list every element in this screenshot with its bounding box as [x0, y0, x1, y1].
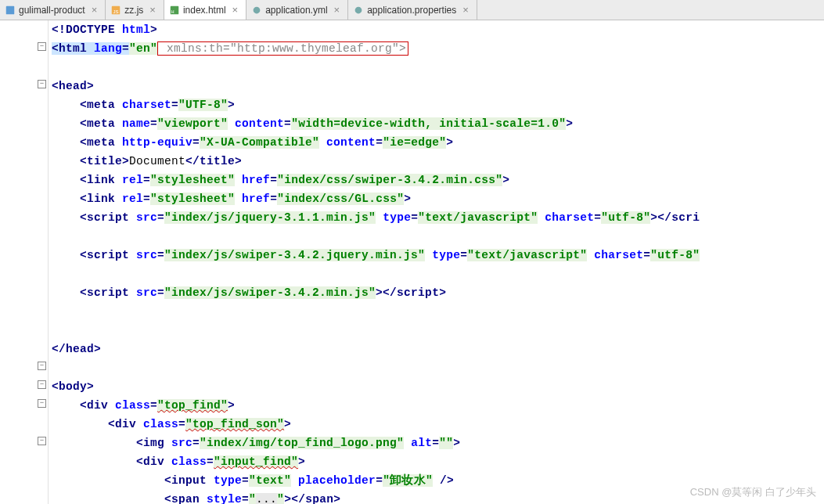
editor-wrap: <!DOCTYPE html> <html lang="en" xmlns:th… — [0, 20, 824, 504]
code-line[interactable]: <img src="index/img/top_find_logo.png" a… — [52, 434, 824, 452]
yml-icon — [251, 5, 262, 16]
svg-point-5 — [254, 6, 261, 13]
code-line[interactable]: <script src="index/js/swiper-3.4.2.min.j… — [52, 283, 824, 302]
html-icon: H — [169, 5, 180, 16]
code-line[interactable]: <div class="top_find_son"> — [52, 415, 824, 434]
gutter[interactable] — [0, 20, 49, 504]
tab-gulimall-product[interactable]: gulimall-product × — [0, 0, 106, 20]
svg-rect-0 — [6, 5, 15, 14]
code-line[interactable]: <link rel="stylesheet" href="index/css/G… — [52, 189, 824, 208]
code-line[interactable]: <script src="index/js/swiper-3.4.2.jquer… — [52, 246, 824, 265]
code-line[interactable]: <div class="input_find"> — [52, 452, 824, 471]
svg-text:JS: JS — [113, 8, 119, 13]
code-line[interactable]: <!DOCTYPE html> — [52, 20, 824, 39]
code-editor[interactable]: <!DOCTYPE html> <html lang="en" xmlns:th… — [49, 20, 824, 504]
close-icon[interactable]: × — [232, 4, 239, 16]
tab-label: index.html — [183, 5, 226, 16]
code-line[interactable]: </head> — [52, 340, 824, 358]
tab-zz-js[interactable]: JS zz.js × — [106, 0, 164, 20]
tab-label: application.yml — [265, 5, 327, 16]
fold-marker[interactable] — [38, 399, 46, 408]
tab-label: application.properties — [367, 5, 456, 16]
svg-text:H: H — [171, 9, 175, 13]
editor-tabs-bar: gulimall-product × JS zz.js × H index.ht… — [0, 0, 824, 20]
tab-index-html[interactable]: H index.html × — [164, 0, 246, 20]
properties-icon — [353, 5, 364, 16]
code-line[interactable] — [52, 358, 824, 377]
code-line[interactable]: <meta http-equiv="X-UA-Compatible" conte… — [52, 133, 824, 152]
code-line[interactable]: <html lang="en" xmlns:th="http:www.thyme… — [52, 39, 824, 58]
code-line[interactable] — [52, 302, 824, 321]
close-icon[interactable]: × — [334, 4, 340, 16]
js-icon: JS — [110, 5, 121, 16]
fold-marker[interactable] — [38, 437, 46, 445]
tab-label: gulimall-product — [19, 5, 85, 16]
code-line[interactable]: <link rel="stylesheet" href="index/css/s… — [52, 171, 824, 189]
code-line[interactable]: <meta name="viewport" content="width=dev… — [52, 114, 824, 133]
code-line[interactable]: <div class="top_find"> — [52, 396, 824, 415]
code-line[interactable] — [52, 227, 824, 246]
code-line[interactable]: <span style="..."></span> — [52, 490, 824, 504]
fold-marker[interactable] — [38, 380, 46, 389]
code-line[interactable]: <input type="text" placeholder="卸妆水" /> — [52, 471, 824, 490]
tab-label: zz.js — [124, 5, 143, 16]
close-icon[interactable]: × — [149, 4, 156, 16]
tab-application-yml[interactable]: application.yml × — [246, 0, 348, 20]
code-line[interactable]: <body> — [52, 377, 824, 396]
code-line[interactable]: <meta charset="UTF-8"> — [52, 95, 824, 114]
fold-marker[interactable] — [38, 42, 46, 51]
close-icon[interactable]: × — [462, 4, 469, 16]
code-line[interactable] — [52, 321, 824, 340]
code-line[interactable] — [52, 265, 824, 283]
module-icon — [5, 5, 16, 16]
fold-marker[interactable] — [38, 80, 46, 88]
code-line[interactable]: <script src="index/js/jquery-3.1.1.min.j… — [52, 208, 824, 227]
code-line[interactable] — [52, 58, 824, 77]
fold-marker[interactable] — [38, 362, 46, 370]
code-line[interactable]: <head> — [52, 77, 824, 95]
code-line[interactable]: <title>Document</title> — [52, 152, 824, 171]
tab-application-properties[interactable]: application.properties × — [348, 0, 477, 20]
svg-point-6 — [355, 6, 362, 13]
close-icon[interactable]: × — [92, 4, 98, 16]
